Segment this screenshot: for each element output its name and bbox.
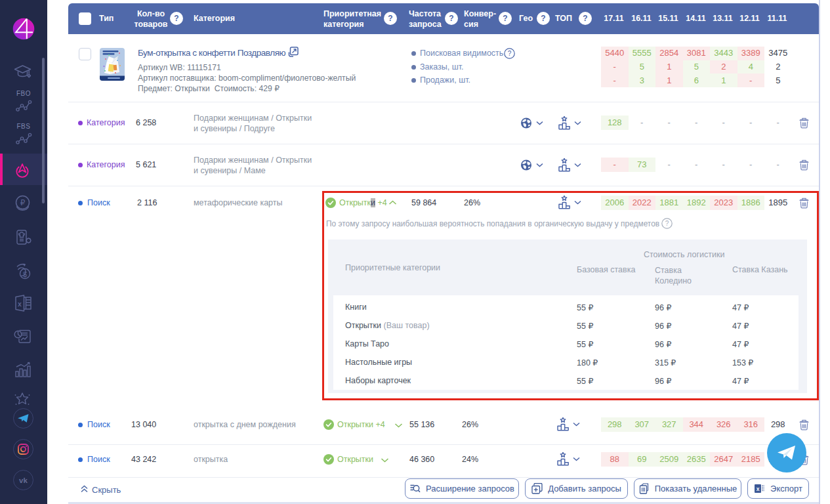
svg-text:$: $ (23, 270, 27, 278)
svg-text:?: ? (665, 220, 669, 227)
svg-text:vk: vk (19, 476, 28, 484)
svg-text:x: x (757, 486, 760, 492)
svg-text:x: x (18, 300, 22, 308)
svg-text:?: ? (508, 50, 512, 57)
svg-text:₽: ₽ (20, 198, 26, 207)
